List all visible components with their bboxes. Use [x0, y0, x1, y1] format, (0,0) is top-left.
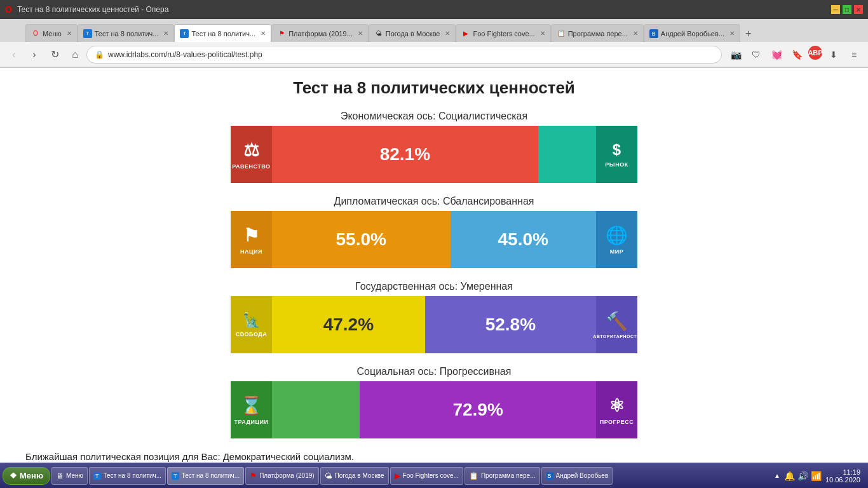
- equality-icon: ⚖: [243, 140, 259, 161]
- heartbeat-button[interactable]: 💓: [768, 46, 785, 64]
- nation-icon: ⚑: [243, 225, 259, 246]
- tab-favicon-test1: T: [83, 29, 92, 38]
- forward-button[interactable]: ›: [25, 46, 43, 64]
- tab-favicon-menu: O: [31, 29, 40, 38]
- bar-segment-market: [538, 126, 596, 183]
- taskbar-favicon-test1: T: [93, 472, 101, 480]
- bar-segment-equality: 82.1%: [272, 126, 538, 183]
- tab-weather[interactable]: 🌤 Погода в Москве ✕: [369, 24, 456, 42]
- tab-close-vorobiev[interactable]: ✕: [729, 30, 735, 37]
- taskbar-label-test1: Тест на 8 политич...: [104, 472, 162, 479]
- start-button[interactable]: ❖ Меню: [3, 467, 50, 485]
- tab-program[interactable]: 📋 Программа пере... ✕: [551, 24, 644, 42]
- taskbar-item-program[interactable]: 📋 Программа пере...: [465, 467, 540, 485]
- bar-row-state: 🗽 СВОБОДА 47.2% 52.8% 🔨 АВТОРИТАРНОСТЬ: [231, 296, 637, 353]
- tab-title-vorobiev: Андрей Воробьев...: [661, 30, 724, 37]
- taskbar-label-program: Программа пере...: [481, 472, 536, 479]
- market-label: РЫНОК: [605, 161, 628, 168]
- taskbar-label-vorobiev: Андрей Воробьев: [556, 472, 609, 479]
- taskbar-favicon-program: 📋: [469, 471, 478, 480]
- nav-bar: ‹ › ↻ ⌂ 🔒 www.idrlabs.com/ru/8-values-po…: [0, 42, 868, 67]
- new-tab-button[interactable]: +: [740, 28, 756, 39]
- taskbar-item-weather[interactable]: 🌤 Погода в Москве: [320, 467, 389, 485]
- tab-favicon-vorobiev: В: [649, 29, 658, 38]
- tab-close-test2[interactable]: ✕: [261, 30, 266, 37]
- address-bar[interactable]: 🔒 www.idrlabs.com/ru/8-values-political/…: [86, 46, 722, 64]
- tray-icons: 🔔 🔊 📶: [784, 471, 822, 481]
- nation-label: НАЦИЯ: [240, 248, 262, 255]
- tab-close-weather[interactable]: ✕: [445, 30, 450, 37]
- tray-notification-icon: 🔔: [784, 471, 795, 481]
- taskbar-item-platform[interactable]: ⚑ Платформа (2019): [245, 467, 318, 485]
- world-label: МИР: [610, 248, 623, 255]
- start-label: Меню: [20, 471, 43, 480]
- icon-tradition: ⌛ ТРАДИЦИИ: [231, 381, 272, 438]
- tray-arrow-icon[interactable]: ▲: [774, 472, 780, 479]
- close-button[interactable]: ✕: [854, 5, 863, 14]
- bar-middle-social: 72.9%: [272, 381, 596, 438]
- tab-favicon-test2: T: [180, 29, 189, 38]
- page-title: Тест на 8 политических ценностей: [13, 68, 855, 111]
- bar-row-economic: ⚖ РАВЕНСТВО 82.1% $ РЫНОК: [231, 126, 637, 183]
- icon-world: 🌐 МИР: [596, 211, 637, 268]
- icon-freedom: 🗽 СВОБОДА: [231, 296, 272, 353]
- tab-close-menu[interactable]: ✕: [67, 30, 72, 37]
- tab-close-program[interactable]: ✕: [633, 30, 638, 37]
- taskbar-item-youtube[interactable]: ▶ Foo Fighters cove...: [390, 467, 463, 485]
- authority-icon: 🔨: [606, 311, 628, 332]
- tab-close-platform[interactable]: ✕: [358, 30, 363, 37]
- tradition-label: ТРАДИЦИИ: [234, 419, 269, 425]
- camera-button[interactable]: 📷: [727, 46, 745, 64]
- taskbar-item-test1[interactable]: T Тест на 8 политич...: [89, 467, 166, 485]
- taskbar-favicon-ie: 🖥: [56, 471, 64, 480]
- tab-test1[interactable]: T Тест на 8 политич... ✕: [78, 24, 175, 42]
- taskbar-favicon-weather: 🌤: [325, 471, 332, 480]
- home-button[interactable]: ⌂: [66, 46, 84, 64]
- tab-platform[interactable]: ⚑ Платформа (2019... ✕: [271, 24, 369, 42]
- maximize-button[interactable]: □: [843, 5, 851, 14]
- taskbar-item-test2[interactable]: T Тест на 8 политич...: [167, 467, 244, 485]
- shield-button[interactable]: 🛡: [747, 46, 765, 64]
- opera-logo: O: [5, 4, 12, 15]
- equality-label: РАВЕНСТВО: [232, 163, 270, 170]
- tab-youtube[interactable]: ▶ Foo Fighters cove... ✕: [456, 24, 550, 42]
- taskbar-item-vorobiev[interactable]: В Андрей Воробьев: [541, 467, 613, 485]
- tab-title-platform: Платформа (2019...: [288, 30, 353, 37]
- tab-close-youtube[interactable]: ✕: [540, 30, 545, 37]
- icon-progress: ⚛ ПРОГРЕСС: [596, 381, 637, 438]
- axis-economic-label: Экономическая ось: Социалистическая: [13, 111, 855, 122]
- bar-row-social: ⌛ ТРАДИЦИИ 72.9% ⚛ ПРОГРЕСС: [231, 381, 637, 438]
- icon-authority: 🔨 АВТОРИТАРНОСТЬ: [596, 296, 637, 353]
- taskbar-item-ie[interactable]: 🖥 Меню: [51, 467, 88, 485]
- bar-segment-freedom: 47.2%: [272, 296, 425, 353]
- tab-close-test1[interactable]: ✕: [163, 30, 168, 37]
- progress-icon: ⚛: [609, 395, 625, 416]
- tray-volume-icon: 🔊: [797, 471, 808, 481]
- icon-equality: ⚖ РАВЕНСТВО: [231, 126, 272, 183]
- taskbar-label-weather: Погода в Москве: [335, 472, 384, 479]
- tray-network-icon: 📶: [811, 471, 822, 481]
- window-controls: ─ □ ✕: [831, 5, 863, 14]
- bar-segment-nation: 55.0%: [272, 211, 451, 268]
- nearest-position-text: Ближайшая политическая позиция для Вас: …: [25, 451, 855, 462]
- taskbar-favicon-youtube: ▶: [395, 471, 400, 480]
- bookmark-button[interactable]: 🔖: [788, 46, 806, 64]
- progress-label: ПРОГРЕСС: [600, 419, 634, 425]
- download-button[interactable]: ⬇: [825, 46, 843, 64]
- minimize-button[interactable]: ─: [831, 5, 840, 14]
- tab-menu[interactable]: O Меню ✕: [25, 24, 78, 42]
- axis-diplomatic: Дипломатическая ось: Сбалансированная ⚑ …: [13, 196, 855, 268]
- taskbar-label-test2: Тест на 8 политич...: [182, 472, 240, 479]
- tab-vorobiev[interactable]: В Андрей Воробьев... ✕: [644, 24, 740, 42]
- menu-button[interactable]: ≡: [845, 46, 863, 64]
- tab-test2[interactable]: T Тест на 8 политич... ✕: [174, 24, 271, 42]
- bar-segment-world: 45.0%: [451, 211, 597, 268]
- tab-title-menu: Меню: [43, 30, 62, 37]
- back-button[interactable]: ‹: [5, 46, 23, 64]
- profile-button[interactable]: ABP: [808, 46, 822, 60]
- tab-title-test2: Тест на 8 политич...: [191, 30, 255, 37]
- tab-title-test1: Тест на 8 политич...: [95, 30, 159, 37]
- address-text: www.idrlabs.com/ru/8-values-political/te…: [108, 50, 262, 59]
- reload-button[interactable]: ↻: [46, 46, 64, 64]
- taskbar-time-display: 11:19: [825, 468, 860, 476]
